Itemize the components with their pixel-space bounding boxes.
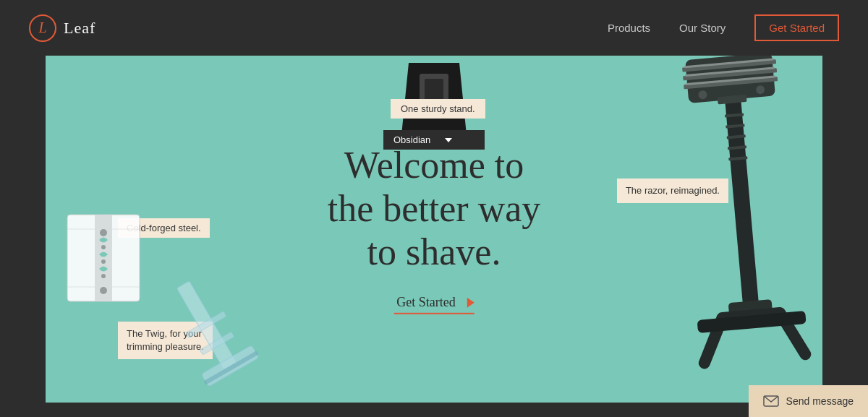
logo-text: Leaf <box>64 19 95 38</box>
envelope-icon <box>763 395 779 407</box>
razor-image <box>671 56 815 391</box>
blade-image <box>60 200 147 319</box>
send-message-button[interactable]: Send message <box>749 385 868 417</box>
svg-point-9 <box>101 274 106 278</box>
twig-image <box>154 277 270 395</box>
nav-our-story[interactable]: Our Story <box>679 22 726 34</box>
get-started-hero-button[interactable]: Get Started <box>393 295 474 314</box>
center-content: Welcome to the better way to shave. Get … <box>328 144 541 314</box>
hero: One sturdy stand. Obsidian Welcome to th… <box>46 56 822 403</box>
stand-label: One sturdy stand. <box>391 99 485 119</box>
obsidian-dropdown[interactable]: Obsidian <box>383 130 485 150</box>
send-message-label: Send message <box>786 395 854 407</box>
chevron-down-icon <box>445 138 452 142</box>
nav-links: Products Our Story Get Started <box>608 14 839 41</box>
navbar: L Leaf Products Our Story Get Started <box>0 0 868 56</box>
headline: Welcome to the better way to shave. <box>328 144 541 273</box>
logo-area[interactable]: L Leaf <box>29 14 95 42</box>
get-started-nav-button[interactable]: Get Started <box>754 14 839 41</box>
svg-point-8 <box>101 259 106 264</box>
svg-point-6 <box>100 229 107 236</box>
logo-icon: L <box>29 14 56 42</box>
obsidian-value: Obsidian <box>393 134 430 145</box>
nav-products[interactable]: Products <box>608 22 650 34</box>
svg-point-10 <box>100 287 107 294</box>
svg-point-7 <box>101 245 106 249</box>
